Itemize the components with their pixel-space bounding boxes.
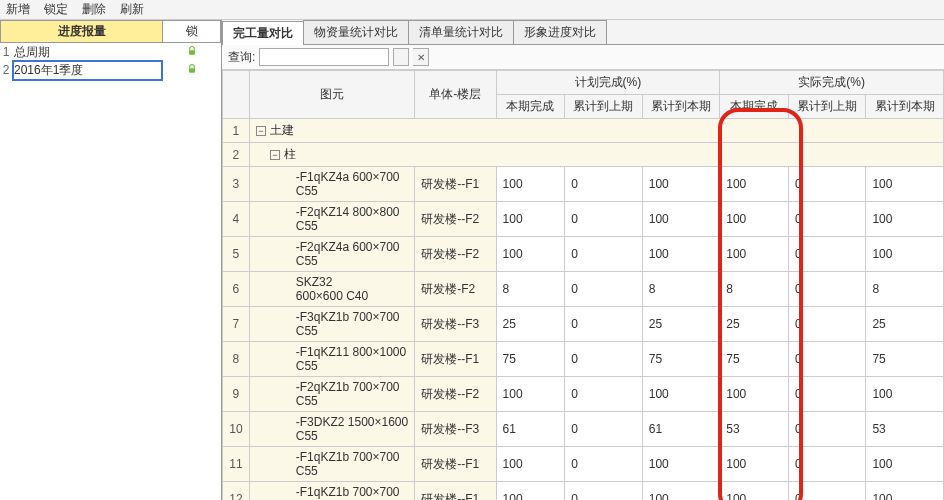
row-number: 11 [223,447,250,482]
table-row[interactable]: 10-F3DKZ2 1500×1600C55研发楼--F36106153053 [223,412,944,447]
cell-floor: 研发楼--F3 [415,412,496,447]
collapse-icon[interactable]: − [270,150,280,160]
cell-floor: 研发楼--F1 [415,482,496,501]
cell-plan-prev: 0 [565,307,643,342]
cell-plan-prev: 0 [565,482,643,501]
cell-actual-tocur: 100 [866,447,944,482]
cell-actual-tocur: 100 [866,377,944,412]
cell-floor: 研发楼--F2 [415,377,496,412]
group-row[interactable]: 2−柱 [223,143,944,167]
cell-actual-cur: 100 [720,482,789,501]
table-row[interactable]: 4-F2qKZ14 800×800C55研发楼--F21000100100010… [223,202,944,237]
col-actual-cur[interactable]: 本期完成 [720,95,789,119]
cell-plan-tocur: 61 [642,412,720,447]
col-unit-floor[interactable]: 单体-楼层 [415,71,496,119]
left-panel: 进度报量 锁 1总周期22016年1季度 [0,20,222,500]
cell-plan-prev: 0 [565,202,643,237]
table-row[interactable]: 12-F1qKZ1b 700×700C55研发楼--F1100010010001… [223,482,944,501]
cell-actual-prev: 0 [788,167,866,202]
toolbar-delete[interactable]: 删除 [82,1,106,18]
cell-actual-tocur: 75 [866,342,944,377]
cell-floor: 研发楼--F1 [415,342,496,377]
col-element[interactable]: 图元 [249,71,414,119]
row-lock [163,63,221,78]
cell-plan-cur: 100 [496,447,565,482]
cell-actual-tocur: 100 [866,167,944,202]
row-number: 9 [223,377,250,412]
toolbar-new[interactable]: 新增 [6,1,30,18]
close-icon: ✕ [417,52,425,63]
col-plan-tocur[interactable]: 累计到本期 [642,95,720,119]
cell-floor: 研发楼--F3 [415,307,496,342]
table-row[interactable]: 5-F2qKZ4a 600×700C55研发楼--F21000100100010… [223,237,944,272]
cell-plan-prev: 0 [565,447,643,482]
progress-report-row[interactable]: 1总周期 [0,43,221,61]
table-row[interactable]: 9-F2qKZ1b 700×700C55研发楼--F21000100100010… [223,377,944,412]
cell-plan-cur: 100 [496,237,565,272]
cell-plan-cur: 100 [496,482,565,501]
cell-plan-prev: 0 [565,412,643,447]
lock-icon [186,45,198,57]
row-name: 2016年1季度 [12,60,163,81]
comparison-grid: 图元 单体-楼层 计划完成(%) 实际完成(%) 本期完成 累计到上期 累计到本… [222,70,944,500]
toolbar-refresh[interactable]: 刷新 [120,1,144,18]
cell-actual-cur: 100 [720,237,789,272]
collapse-icon[interactable]: − [256,126,266,136]
cell-actual-prev: 0 [788,237,866,272]
cell-plan-tocur: 25 [642,307,720,342]
row-number: 8 [223,342,250,377]
cell-plan-cur: 100 [496,167,565,202]
cell-floor: 研发楼--F2 [415,237,496,272]
cell-plan-tocur: 100 [642,167,720,202]
cell-actual-tocur: 8 [866,272,944,307]
table-row[interactable]: 8-F1qKZ11 800×1000C55研发楼--F17507575075 [223,342,944,377]
cell-plan-tocur: 100 [642,482,720,501]
cell-plan-tocur: 100 [642,377,720,412]
cell-plan-cur: 100 [496,202,565,237]
table-row[interactable]: 7-F3qKZ1b 700×700C55研发楼--F32502525025 [223,307,944,342]
row-number: 5 [223,237,250,272]
table-row[interactable]: 3-F1qKZ4a 600×700C55研发楼--F11000100100010… [223,167,944,202]
col-actual-prev[interactable]: 累计到上期 [788,95,866,119]
toolbar-lock[interactable]: 锁定 [44,1,68,18]
cell-element: -F3qKZ1b 700×700C55 [249,307,414,342]
col-actual-tocur[interactable]: 累计到本期 [866,95,944,119]
tab-形象进度对比[interactable]: 形象进度对比 [513,20,607,44]
cell-element: -F2qKZ1b 700×700C55 [249,377,414,412]
row-number: 1 [223,119,250,143]
group-row[interactable]: 1−土建 [223,119,944,143]
progress-report-row[interactable]: 22016年1季度 [0,61,221,79]
cell-element: -F1qKZ1b 700×700C55 [249,447,414,482]
cell-plan-cur: 8 [496,272,565,307]
col-group-actual: 实际完成(%) [720,71,944,95]
table-row[interactable]: 6SKZ32600×600 C40研发楼-F2808808 [223,272,944,307]
cell-plan-tocur: 100 [642,202,720,237]
cell-plan-tocur: 100 [642,447,720,482]
cell-floor: 研发楼-F2 [415,272,496,307]
cell-plan-tocur: 8 [642,272,720,307]
search-input[interactable] [259,48,389,66]
col-plan-cur[interactable]: 本期完成 [496,95,565,119]
search-label: 查询: [228,49,255,66]
cell-actual-cur: 100 [720,447,789,482]
row-number: 2 [223,143,250,167]
cell-actual-cur: 8 [720,272,789,307]
cell-actual-prev: 0 [788,377,866,412]
tab-清单量统计对比[interactable]: 清单量统计对比 [408,20,514,44]
cell-element: SKZ32600×600 C40 [249,272,414,307]
cell-actual-prev: 0 [788,412,866,447]
clear-button[interactable]: ✕ [413,48,429,66]
tab-完工量对比[interactable]: 完工量对比 [222,21,304,45]
col-plan-prev[interactable]: 累计到上期 [565,95,643,119]
row-name: 总周期 [12,44,163,61]
cell-plan-tocur: 100 [642,237,720,272]
search-button[interactable] [393,48,409,66]
group-label: −土建 [249,119,943,143]
cell-element: -F3DKZ2 1500×1600C55 [249,412,414,447]
tabs: 完工量对比物资量统计对比清单量统计对比形象进度对比 [222,20,944,45]
tab-物资量统计对比[interactable]: 物资量统计对比 [303,20,409,44]
table-row[interactable]: 11-F1qKZ1b 700×700C55研发楼--F1100010010001… [223,447,944,482]
cell-element: -F1qKZ4a 600×700C55 [249,167,414,202]
cell-floor: 研发楼--F1 [415,447,496,482]
cell-actual-cur: 25 [720,307,789,342]
